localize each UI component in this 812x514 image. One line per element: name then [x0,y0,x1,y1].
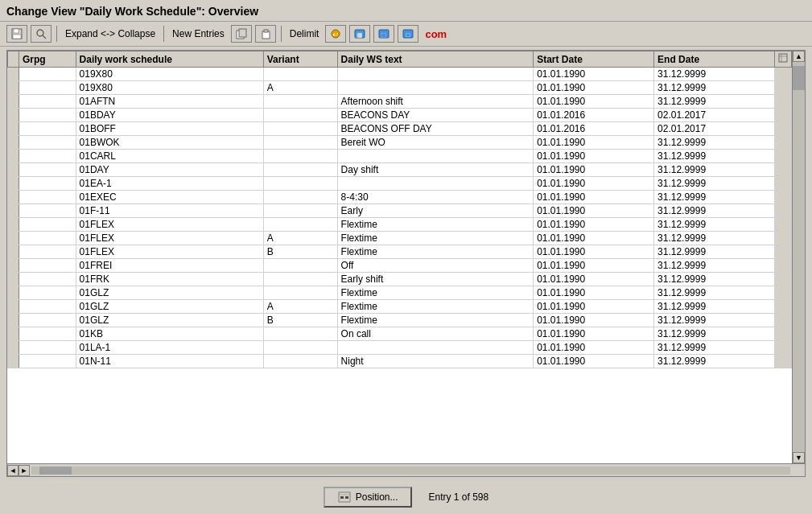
title-bar: Change View "Daily Work Schedule": Overv… [0,0,812,22]
table-row[interactable]: 01DAYDay shift01.01.199031.12.9999 [8,163,792,177]
cell-text: Afternoon shift [337,95,534,109]
table-row[interactable]: 01GLZBFlextime01.01.199031.12.9999 [8,314,792,327]
row-selector[interactable] [8,259,19,273]
scroll-down-button[interactable]: ▼ [793,452,805,463]
row-selector[interactable] [8,273,19,286]
copy-button[interactable] [231,25,252,43]
row-selector[interactable] [8,314,19,327]
scroll-right-button[interactable]: ► [19,465,30,476]
cell-grpg [19,122,76,136]
table-row[interactable]: 01F-11Early01.01.199031.12.9999 [8,204,792,218]
cell-start: 01.01.2016 [534,122,654,136]
entry-info: Entry 1 of 598 [428,491,488,503]
cell-grpg [19,314,76,327]
delimit-button[interactable]: Delimit [286,27,323,41]
row-selector[interactable] [8,136,19,150]
table-row[interactable]: 01FLEXBFlextime01.01.199031.12.9999 [8,245,792,259]
toolbar-icon1-button[interactable]: ↩ [325,25,346,43]
svg-rect-8 [264,30,268,32]
cell-end: 31.12.9999 [654,273,775,286]
table-row[interactable]: 01AFTNAfternoon shift01.01.199031.12.999… [8,95,792,109]
row-selector[interactable] [8,81,19,95]
cell-schedule: 01LA-1 [76,341,263,355]
cell-grpg [19,300,76,314]
table-scroll-area[interactable]: Grpg Daily work schedule Variant Daily W… [7,51,792,463]
cell-end: 31.12.9999 [654,163,775,177]
table-row[interactable]: 019X8001.01.199031.12.9999 [8,68,792,81]
row-selector[interactable] [8,191,19,204]
table-row[interactable]: 01N-11Night01.01.199031.12.9999 [8,355,792,368]
cell-schedule: 01CARL [76,150,263,163]
table-row[interactable]: 01FLEXAFlextime01.01.199031.12.9999 [8,232,792,245]
row-selector[interactable] [8,122,19,136]
table-row[interactable]: 01KBOn call01.01.199031.12.9999 [8,327,792,341]
col-options-header[interactable] [775,51,792,68]
row-selector[interactable] [8,245,19,259]
cell-end: 31.12.9999 [654,341,775,355]
svg-rect-17 [779,54,787,62]
cell-text: Flextime [337,245,534,259]
table-row[interactable]: 019X80A01.01.199031.12.9999 [8,81,792,95]
save-button[interactable] [6,25,27,43]
row-selector[interactable] [8,163,19,177]
cell-end: 31.12.9999 [654,314,775,327]
cell-start: 01.01.1990 [534,355,654,368]
table-row[interactable]: 01CARL01.01.199031.12.9999 [8,150,792,163]
cell-variant [263,109,337,122]
paste-button[interactable] [255,25,276,43]
cell-end: 31.12.9999 [654,81,775,95]
col-selector-header [8,51,19,68]
row-selector[interactable] [8,355,19,368]
toolbar-icon2-button[interactable]: ▦ [349,25,370,43]
cell-schedule: 01GLZ [76,286,263,300]
table-row[interactable]: 01LA-101.01.199031.12.9999 [8,341,792,355]
table-row[interactable]: 01EXEC8-4:3001.01.199031.12.9999 [8,191,792,204]
table-row[interactable]: 01EA-101.01.199031.12.9999 [8,177,792,191]
toolbar-icon4-button[interactable]: □ [398,25,418,43]
cell-text [337,81,534,95]
find-button[interactable] [31,25,52,43]
row-selector[interactable] [8,95,19,109]
table-row[interactable]: 01FREIOff01.01.199031.12.9999 [8,259,792,273]
new-entries-button[interactable]: New Entries [169,27,228,41]
cell-grpg [19,245,76,259]
row-selector[interactable] [8,327,19,341]
table-row[interactable]: 01FRKEarly shift01.01.199031.12.9999 [8,273,792,286]
row-selector[interactable] [8,341,19,355]
cell-extra [775,286,792,300]
row-selector[interactable] [8,218,19,232]
cell-grpg [19,286,76,300]
table-row[interactable]: 01GLZAFlextime01.01.199031.12.9999 [8,300,792,314]
scroll-left-button[interactable]: ◄ [7,465,19,476]
position-button[interactable]: Position... [324,487,413,508]
table-row[interactable]: 01BOFFBEACONS OFF DAY01.01.201602.01.201… [8,122,792,136]
cell-start: 01.01.1990 [534,204,654,218]
cell-variant: A [263,232,337,245]
scroll-thumb[interactable] [793,66,805,90]
brand-text: com [425,28,447,40]
cell-variant: A [263,300,337,314]
separator-2 [163,26,164,42]
expand-collapse-button[interactable]: Expand <-> Collapse [62,27,159,41]
row-selector[interactable] [8,109,19,122]
cell-grpg [19,95,76,109]
row-selector[interactable] [8,286,19,300]
cell-extra [775,150,792,163]
h-scroll-thumb[interactable] [39,467,72,475]
scroll-up-button[interactable]: ▲ [793,51,805,62]
svg-point-3 [37,30,43,36]
table-row[interactable]: 01BWOKBereit WO01.01.199031.12.9999 [8,136,792,150]
cell-end: 31.12.9999 [654,191,775,204]
cell-start: 01.01.1990 [534,150,654,163]
table-row[interactable]: 01BDAYBEACONS DAY01.01.201602.01.2017 [8,109,792,122]
table-row[interactable]: 01FLEXFlextime01.01.199031.12.9999 [8,218,792,232]
table-row[interactable]: 01GLZFlextime01.01.199031.12.9999 [8,286,792,300]
row-selector[interactable] [8,177,19,191]
row-selector[interactable] [8,204,19,218]
row-selector[interactable] [8,300,19,314]
toolbar-icon3-button[interactable]: ⬚ [373,25,394,43]
row-selector[interactable] [8,68,19,81]
row-selector[interactable] [8,232,19,245]
cell-grpg [19,327,76,341]
row-selector[interactable] [8,150,19,163]
